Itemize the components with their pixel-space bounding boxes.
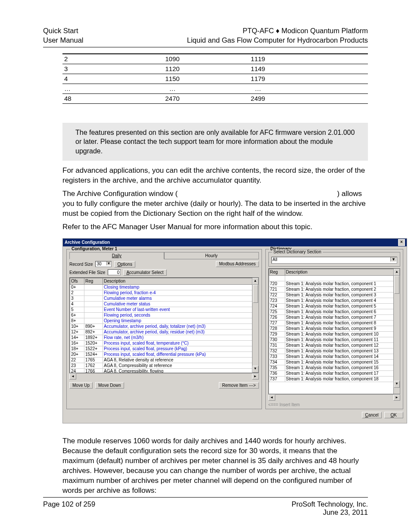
grid-row[interactable]: 720Stream 1: Analysis molar fraction, co…	[269, 281, 399, 286]
page-number: Page 102 of 259	[43, 500, 95, 516]
grid-row[interactable]: 726Stream 1: Analysis molar fraction, co…	[269, 314, 399, 320]
footer-rule	[43, 497, 368, 498]
archive-address-table: 210901119311201149411501179………4824702499	[62, 53, 368, 104]
grid-row[interactable]: 3Cumulative meter alarms	[70, 296, 258, 301]
config-meter-legend: Configuration, Meter 1	[70, 246, 118, 251]
table-row: 4824702499	[62, 93, 368, 103]
move-up-button[interactable]: Move Up	[69, 382, 93, 389]
scrollbar-vertical[interactable]: ▲ ▼	[393, 269, 400, 394]
grid-row[interactable]: 14+1892+Flow rate, net (m3/h)	[70, 335, 258, 340]
footer-company: ProSoft Technology, Inc.	[292, 500, 368, 508]
remove-item-button[interactable]: Remove Item --->	[219, 382, 258, 389]
paragraph-1: For advanced applications, you can edit …	[62, 166, 368, 186]
grid-row[interactable]: 722Stream 1: Analysis molar fraction, co…	[269, 292, 399, 298]
header-left-1: Quick Start	[43, 26, 84, 35]
grid-row[interactable]: 737Stream 1: Analysis molar fraction, co…	[269, 376, 399, 382]
paragraph-4: The module reserves 1060 words for daily…	[62, 436, 368, 496]
header-left-2: User Manual	[43, 35, 84, 45]
table-row: 311201149	[62, 64, 368, 74]
accumulator-select-button[interactable]: Accumulator Select	[123, 269, 166, 276]
grid-row[interactable]: 730Stream 1: Analysis molar fraction, co…	[269, 337, 399, 342]
header-right-1: PTQ-AFC ♦ Modicon Quantum Platform	[187, 26, 368, 35]
extended-file-size-label: Extended File Size	[69, 270, 105, 275]
grid-row[interactable]: 732Stream 1: Analysis molar fraction, co…	[269, 348, 399, 354]
grid-row[interactable]: 727Stream 1: Analysis molar fraction, co…	[269, 320, 399, 326]
paragraph-2: The Archive Configuration window () allo…	[62, 189, 368, 219]
grid-row[interactable]: 12+892+Accumulator, archive period, dail…	[70, 329, 258, 335]
grid-row[interactable]: 16+1520+Process input, scaled float, tem…	[70, 340, 258, 346]
grid-row[interactable]: 729Stream 1: Analysis molar fraction, co…	[269, 331, 399, 337]
ok-button[interactable]: OK	[384, 412, 403, 418]
grid-row[interactable]: 5Event Number of last-written event	[70, 307, 258, 312]
grid-row[interactable]: 4Cumulative meter status	[70, 301, 258, 307]
close-icon[interactable]: ×	[398, 239, 405, 246]
grid-row[interactable]: 721Stream 1: Analysis molar fraction, co…	[269, 286, 399, 292]
grid-row[interactable]: 734Stream 1: Analysis molar fraction, co…	[269, 359, 399, 365]
grid-row[interactable]: 2Flowing period, fraction e-4	[70, 290, 258, 296]
grid-row[interactable]: 8+Opening timestamp	[70, 318, 258, 324]
grid-row[interactable]: 10+890+Accumulator, archive period, dail…	[70, 324, 258, 329]
footer-date: June 23, 2011	[292, 508, 368, 516]
record-size-combo[interactable]: 30	[95, 261, 112, 267]
table-row: ………	[62, 84, 368, 93]
grid-row[interactable]: 20+1524+Process input, scaled float, dif…	[70, 352, 258, 357]
scrollbar-horizontal[interactable]: ◄►	[268, 394, 400, 401]
options-button[interactable]: Options	[114, 261, 135, 268]
dictionary-grid[interactable]: Reg Description 720Stream 1: Analysis mo…	[268, 268, 400, 394]
tab-daily[interactable]: Daily	[69, 252, 164, 259]
header-rule	[43, 47, 368, 47]
table-row: 411501179	[62, 74, 368, 84]
modbus-addresses-button[interactable]: Modbus Addresses	[216, 261, 258, 267]
header-right-2: Liquid and Gas Flow Computer for Hydroca…	[187, 35, 368, 45]
archive-items-grid[interactable]: Ofs Reg Description 0+Closing timestamp2…	[69, 277, 259, 373]
grid-row[interactable]: 725Stream 1: Analysis molar fraction, co…	[269, 309, 399, 314]
scrollbar-vertical[interactable]: ▲ ▼	[252, 278, 258, 373]
grid-row[interactable]: 231762AGA 8, Compressibility at referenc…	[70, 363, 258, 368]
archive-configuration-window: Archive Configuration × Configuration, M…	[62, 238, 407, 423]
grid-row[interactable]: 6+Flowing period, seconds	[70, 312, 258, 318]
grid-row[interactable]: 731Stream 1: Analysis molar fraction, co…	[269, 342, 399, 348]
dict-section-combo[interactable]: All	[271, 257, 397, 264]
paragraph-3: Refer to the AFC Manager User Manual for…	[62, 222, 368, 232]
grid-row[interactable]: 723Stream 1: Analysis molar fraction, co…	[269, 298, 399, 303]
grid-row[interactable]: 18+1522+Process input, scaled float, pre…	[70, 346, 258, 352]
table-row: 210901119	[62, 54, 368, 64]
extended-file-size-input[interactable]	[108, 269, 121, 275]
grid-row[interactable]: 728Stream 1: Analysis molar fraction, co…	[269, 326, 399, 331]
grid-row[interactable]: 724Stream 1: Analysis molar fraction, co…	[269, 303, 399, 309]
scrollbar-horizontal[interactable]: ◄►	[69, 373, 259, 380]
window-title: Archive Configuration	[65, 239, 110, 246]
move-down-button[interactable]: Move Down	[95, 382, 124, 389]
cancel-button[interactable]: Cancel	[362, 412, 381, 418]
record-size-label: Record Size	[69, 262, 93, 267]
tab-hourly[interactable]: Hourly	[164, 252, 259, 259]
grid-row[interactable]: 735Stream 1: Analysis molar fraction, co…	[269, 365, 399, 370]
dict-section-label: Select Dictionary Section	[272, 249, 323, 254]
grid-row[interactable]: 221765AGA 8, Relative density at referen…	[70, 357, 258, 363]
grid-row[interactable]: 241766AGA 8, Compressibility, flowing	[70, 368, 258, 373]
firmware-note: The features presented on this section a…	[62, 123, 368, 161]
grid-row[interactable]	[269, 275, 399, 281]
insert-item-button[interactable]: <=== Insert Item	[268, 402, 400, 407]
grid-row[interactable]: 736Stream 1: Analysis molar fraction, co…	[269, 370, 399, 376]
grid-row[interactable]: 733Stream 1: Analysis molar fraction, co…	[269, 354, 399, 359]
grid-row[interactable]: 0+Closing timestamp	[70, 284, 258, 290]
